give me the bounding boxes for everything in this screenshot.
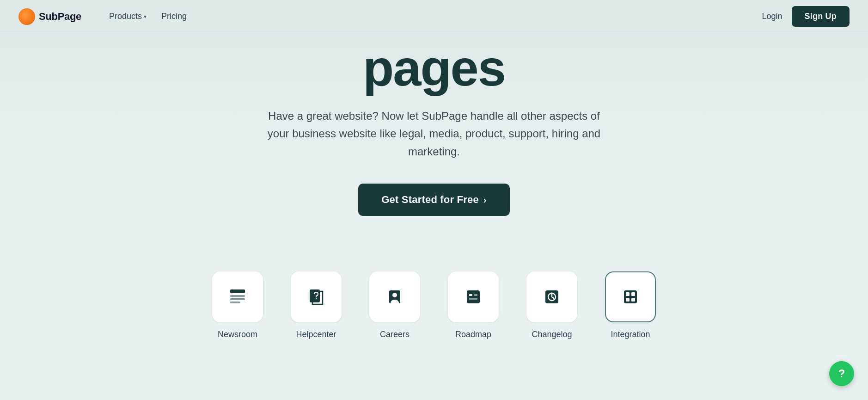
hero-subtitle: Have a great website? Now let SubPage ha…	[258, 107, 610, 160]
cta-arrow-icon: ›	[483, 195, 487, 205]
feature-newsroom[interactable]: Newsroom	[212, 271, 263, 339]
helpcenter-icon-box	[291, 271, 342, 322]
svg-rect-2	[230, 298, 245, 300]
hero-title: pages	[363, 43, 505, 93]
feature-changelog[interactable]: Changelog	[526, 271, 577, 339]
feature-careers[interactable]: Careers	[369, 271, 420, 339]
svg-rect-17	[626, 298, 630, 302]
nav-products[interactable]: Products ▾	[104, 8, 152, 25]
careers-icon-box	[369, 271, 420, 322]
signup-button[interactable]: Sign Up	[792, 6, 850, 27]
svg-rect-14	[624, 290, 637, 303]
careers-label: Careers	[380, 330, 410, 339]
chevron-down-icon: ▾	[144, 13, 147, 20]
svg-point-5	[316, 298, 317, 299]
changelog-icon-box	[526, 271, 577, 322]
feature-integration[interactable]: Integration	[605, 271, 656, 339]
svg-rect-11	[469, 298, 477, 300]
newsroom-label: Newsroom	[218, 330, 257, 339]
roadmap-icon	[463, 287, 483, 307]
roadmap-icon-box	[448, 271, 499, 322]
newsroom-icon	[227, 287, 248, 307]
help-button[interactable]: ?	[829, 361, 854, 386]
integration-label: Integration	[611, 330, 650, 339]
svg-rect-15	[626, 292, 630, 296]
logo-icon	[18, 8, 35, 25]
feature-helpcenter[interactable]: Helpcenter	[291, 271, 342, 339]
login-button[interactable]: Login	[753, 8, 792, 25]
svg-point-7	[392, 293, 397, 297]
newsroom-icon-box	[212, 271, 263, 322]
features-section: Newsroom Helpcenter Careers	[0, 244, 868, 358]
helpcenter-icon	[306, 287, 326, 307]
svg-rect-10	[474, 294, 477, 296]
nav-links: Products ▾ Pricing	[104, 8, 192, 25]
hero-section: pages Have a great website? Now let SubP…	[0, 33, 868, 244]
svg-rect-3	[230, 302, 240, 303]
svg-rect-8	[467, 290, 480, 303]
feature-roadmap[interactable]: Roadmap	[448, 271, 499, 339]
roadmap-label: Roadmap	[455, 330, 491, 339]
careers-icon	[385, 287, 405, 307]
nav-pricing[interactable]: Pricing	[156, 8, 192, 25]
navbar: SubPage Products ▾ Pricing Login Sign Up	[0, 0, 868, 33]
changelog-label: Changelog	[532, 330, 572, 339]
cta-button[interactable]: Get Started for Free ›	[358, 184, 509, 216]
logo[interactable]: SubPage	[18, 8, 81, 25]
logo-text: SubPage	[39, 11, 81, 23]
svg-rect-1	[230, 295, 245, 297]
svg-rect-4	[310, 289, 320, 302]
svg-rect-0	[230, 289, 245, 293]
svg-rect-16	[631, 292, 635, 296]
svg-rect-18	[631, 298, 635, 302]
svg-rect-9	[469, 294, 472, 296]
integration-icon	[620, 287, 641, 307]
integration-icon-box	[605, 271, 656, 322]
changelog-icon	[542, 287, 562, 307]
helpcenter-label: Helpcenter	[296, 330, 336, 339]
